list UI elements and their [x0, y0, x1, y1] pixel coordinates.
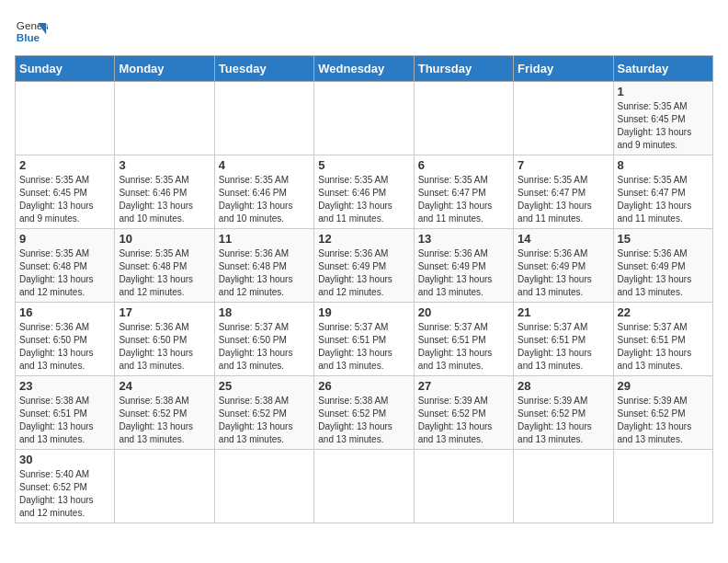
day-info: Sunrise: 5:38 AM Sunset: 6:52 PM Dayligh… — [119, 395, 210, 446]
day-info: Sunrise: 5:36 AM Sunset: 6:49 PM Dayligh… — [518, 247, 609, 299]
day-number: 22 — [618, 305, 709, 319]
day-info: Sunrise: 5:35 AM Sunset: 6:47 PM Dayligh… — [418, 174, 509, 225]
calendar-cell: 24Sunrise: 5:38 AM Sunset: 6:52 PM Dayli… — [115, 376, 214, 450]
calendar-table: SundayMondayTuesdayWednesdayThursdayFrid… — [15, 55, 713, 523]
day-number: 10 — [119, 232, 210, 246]
day-number: 17 — [119, 305, 210, 319]
day-number: 12 — [318, 232, 409, 246]
calendar-cell: 25Sunrise: 5:38 AM Sunset: 6:52 PM Dayli… — [214, 376, 313, 450]
calendar-cell: 18Sunrise: 5:37 AM Sunset: 6:50 PM Dayli… — [214, 303, 313, 376]
calendar-cell: 7Sunrise: 5:35 AM Sunset: 6:47 PM Daylig… — [514, 155, 613, 229]
day-info: Sunrise: 5:35 AM Sunset: 6:46 PM Dayligh… — [119, 174, 210, 225]
calendar-cell — [115, 450, 214, 523]
calendar-cell — [16, 82, 115, 155]
calendar-cell: 12Sunrise: 5:36 AM Sunset: 6:49 PM Dayli… — [314, 229, 414, 303]
day-info: Sunrise: 5:38 AM Sunset: 6:52 PM Dayligh… — [318, 395, 409, 446]
weekday-header-sunday: Sunday — [16, 56, 115, 82]
day-info: Sunrise: 5:36 AM Sunset: 6:49 PM Dayligh… — [618, 247, 709, 299]
day-info: Sunrise: 5:35 AM Sunset: 6:47 PM Dayligh… — [518, 174, 609, 225]
day-info: Sunrise: 5:35 AM Sunset: 6:45 PM Dayligh… — [618, 100, 709, 152]
calendar-cell: 20Sunrise: 5:37 AM Sunset: 6:51 PM Dayli… — [414, 303, 513, 376]
day-number: 8 — [618, 158, 709, 172]
day-info: Sunrise: 5:35 AM Sunset: 6:46 PM Dayligh… — [219, 174, 310, 225]
calendar-week-row: 9Sunrise: 5:35 AM Sunset: 6:48 PM Daylig… — [16, 229, 713, 303]
calendar-cell: 29Sunrise: 5:39 AM Sunset: 6:52 PM Dayli… — [613, 376, 712, 450]
day-info: Sunrise: 5:38 AM Sunset: 6:52 PM Dayligh… — [219, 395, 310, 446]
day-info: Sunrise: 5:39 AM Sunset: 6:52 PM Dayligh… — [518, 395, 609, 446]
calendar-cell: 10Sunrise: 5:35 AM Sunset: 6:48 PM Dayli… — [115, 229, 214, 303]
day-number: 6 — [418, 158, 509, 172]
calendar-cell: 11Sunrise: 5:36 AM Sunset: 6:48 PM Dayli… — [214, 229, 313, 303]
calendar-week-row: 1Sunrise: 5:35 AM Sunset: 6:45 PM Daylig… — [16, 82, 713, 155]
calendar-cell: 1Sunrise: 5:35 AM Sunset: 6:45 PM Daylig… — [613, 82, 712, 155]
day-number: 15 — [618, 232, 709, 246]
calendar-cell: 14Sunrise: 5:36 AM Sunset: 6:49 PM Dayli… — [514, 229, 613, 303]
calendar-cell: 8Sunrise: 5:35 AM Sunset: 6:47 PM Daylig… — [613, 155, 712, 229]
weekday-header-row: SundayMondayTuesdayWednesdayThursdayFrid… — [16, 56, 713, 82]
calendar-cell — [414, 82, 513, 155]
day-number: 13 — [418, 232, 509, 246]
calendar-cell: 6Sunrise: 5:35 AM Sunset: 6:47 PM Daylig… — [414, 155, 513, 229]
day-info: Sunrise: 5:36 AM Sunset: 6:49 PM Dayligh… — [418, 247, 509, 299]
calendar-cell — [115, 82, 214, 155]
calendar-cell: 17Sunrise: 5:36 AM Sunset: 6:50 PM Dayli… — [115, 303, 214, 376]
day-number: 5 — [318, 158, 409, 172]
day-number: 1 — [618, 85, 709, 98]
day-number: 25 — [219, 379, 310, 393]
weekday-header-friday: Friday — [514, 56, 613, 82]
day-info: Sunrise: 5:39 AM Sunset: 6:52 PM Dayligh… — [418, 395, 509, 446]
calendar-cell — [613, 450, 712, 523]
calendar-cell — [514, 450, 613, 523]
day-number: 7 — [518, 158, 609, 172]
calendar-cell — [314, 82, 414, 155]
day-info: Sunrise: 5:40 AM Sunset: 6:52 PM Dayligh… — [19, 468, 110, 520]
day-number: 23 — [19, 379, 110, 393]
day-info: Sunrise: 5:36 AM Sunset: 6:49 PM Dayligh… — [318, 247, 409, 299]
calendar-week-row: 16Sunrise: 5:36 AM Sunset: 6:50 PM Dayli… — [16, 303, 713, 376]
weekday-header-monday: Monday — [115, 56, 214, 82]
calendar-cell: 30Sunrise: 5:40 AM Sunset: 6:52 PM Dayli… — [16, 450, 115, 523]
calendar-cell: 27Sunrise: 5:39 AM Sunset: 6:52 PM Dayli… — [414, 376, 513, 450]
calendar-cell: 5Sunrise: 5:35 AM Sunset: 6:46 PM Daylig… — [314, 155, 414, 229]
logo-icon: General Blue — [15, 15, 48, 48]
calendar-cell: 13Sunrise: 5:36 AM Sunset: 6:49 PM Dayli… — [414, 229, 513, 303]
day-info: Sunrise: 5:37 AM Sunset: 6:51 PM Dayligh… — [318, 321, 409, 373]
day-number: 24 — [119, 379, 210, 393]
day-number: 29 — [618, 379, 709, 393]
calendar-week-row: 23Sunrise: 5:38 AM Sunset: 6:51 PM Dayli… — [16, 376, 713, 450]
calendar-cell — [414, 450, 513, 523]
day-number: 20 — [418, 305, 509, 319]
day-number: 3 — [119, 158, 210, 172]
day-info: Sunrise: 5:36 AM Sunset: 6:48 PM Dayligh… — [219, 247, 310, 299]
calendar-cell — [214, 82, 313, 155]
calendar-cell: 15Sunrise: 5:36 AM Sunset: 6:49 PM Dayli… — [613, 229, 712, 303]
day-info: Sunrise: 5:38 AM Sunset: 6:51 PM Dayligh… — [19, 395, 110, 446]
svg-text:Blue: Blue — [17, 31, 40, 43]
calendar-cell — [314, 450, 414, 523]
weekday-header-thursday: Thursday — [414, 56, 513, 82]
calendar-cell: 23Sunrise: 5:38 AM Sunset: 6:51 PM Dayli… — [16, 376, 115, 450]
logo: General Blue — [15, 15, 48, 48]
day-info: Sunrise: 5:35 AM Sunset: 6:48 PM Dayligh… — [19, 247, 110, 299]
day-number: 4 — [219, 158, 310, 172]
day-info: Sunrise: 5:35 AM Sunset: 6:45 PM Dayligh… — [19, 174, 110, 225]
day-info: Sunrise: 5:37 AM Sunset: 6:51 PM Dayligh… — [518, 321, 609, 373]
weekday-header-tuesday: Tuesday — [214, 56, 313, 82]
day-number: 26 — [318, 379, 409, 393]
calendar-week-row: 30Sunrise: 5:40 AM Sunset: 6:52 PM Dayli… — [16, 450, 713, 523]
calendar-cell: 19Sunrise: 5:37 AM Sunset: 6:51 PM Dayli… — [314, 303, 414, 376]
calendar-cell: 2Sunrise: 5:35 AM Sunset: 6:45 PM Daylig… — [16, 155, 115, 229]
day-info: Sunrise: 5:36 AM Sunset: 6:50 PM Dayligh… — [119, 321, 210, 373]
day-number: 14 — [518, 232, 609, 246]
calendar-cell: 28Sunrise: 5:39 AM Sunset: 6:52 PM Dayli… — [514, 376, 613, 450]
day-info: Sunrise: 5:39 AM Sunset: 6:52 PM Dayligh… — [618, 395, 709, 446]
calendar-cell: 26Sunrise: 5:38 AM Sunset: 6:52 PM Dayli… — [314, 376, 414, 450]
day-number: 18 — [219, 305, 310, 319]
day-number: 19 — [318, 305, 409, 319]
calendar-week-row: 2Sunrise: 5:35 AM Sunset: 6:45 PM Daylig… — [16, 155, 713, 229]
calendar-cell — [214, 450, 313, 523]
day-info: Sunrise: 5:35 AM Sunset: 6:47 PM Dayligh… — [618, 174, 709, 225]
weekday-header-saturday: Saturday — [613, 56, 712, 82]
day-info: Sunrise: 5:37 AM Sunset: 6:51 PM Dayligh… — [418, 321, 509, 373]
calendar-cell: 22Sunrise: 5:37 AM Sunset: 6:51 PM Dayli… — [613, 303, 712, 376]
